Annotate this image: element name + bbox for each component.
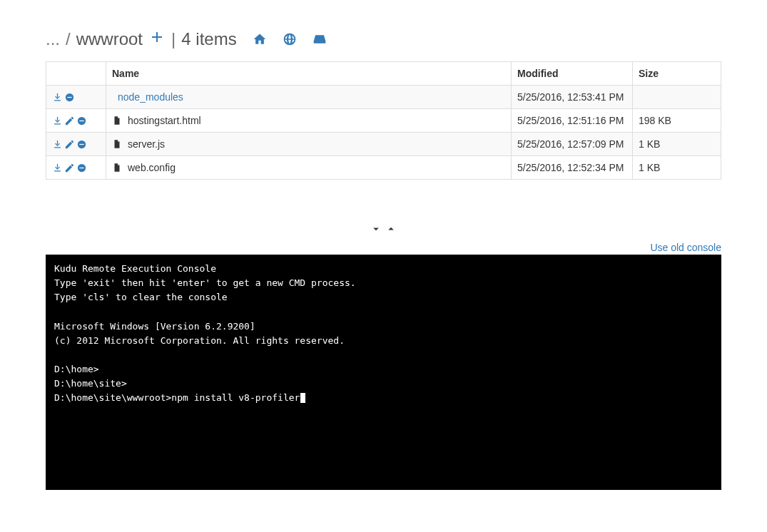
download-icon[interactable]	[52, 139, 63, 150]
table-row: node_modules5/25/2016, 12:53:41 PM	[46, 86, 721, 109]
item-count: 4 items	[181, 29, 236, 49]
table-row: hostingstart.html5/25/2016, 12:51:16 PM1…	[46, 109, 721, 133]
table-header-modified[interactable]: Modified	[512, 62, 633, 86]
size-cell: 198 KB	[633, 109, 721, 133]
modified-cell: 5/25/2016, 12:53:41 PM	[512, 86, 633, 109]
disk-icon[interactable]	[313, 32, 327, 46]
download-icon[interactable]	[52, 116, 63, 126]
delete-icon[interactable]	[64, 92, 75, 103]
table-header-name[interactable]: Name	[106, 62, 512, 86]
svg-rect-1	[67, 96, 71, 97]
file-table: Name Modified Size node_modules5/25/2016…	[46, 61, 721, 180]
edit-icon[interactable]	[64, 139, 75, 150]
file-icon	[112, 139, 122, 149]
home-icon[interactable]	[253, 32, 267, 46]
breadcrumb-ellipsis[interactable]: ...	[46, 29, 60, 49]
table-header-size[interactable]: Size	[633, 62, 721, 86]
svg-rect-7	[79, 167, 83, 168]
file-name: server.js	[128, 138, 165, 150]
modified-cell: 5/25/2016, 12:52:34 PM	[512, 156, 633, 180]
file-icon	[112, 116, 122, 126]
globe-icon[interactable]	[283, 32, 297, 46]
download-icon[interactable]	[52, 92, 63, 103]
chevron-up-icon[interactable]	[385, 222, 397, 235]
console-cursor	[300, 393, 305, 403]
table-row: web.config5/25/2016, 12:52:34 PM1 KB	[46, 156, 721, 180]
modified-cell: 5/25/2016, 12:51:16 PM	[512, 109, 633, 133]
svg-rect-5	[79, 143, 83, 144]
breadcrumb: ... / wwwroot | 4 items	[46, 29, 721, 50]
table-header-actions	[46, 62, 106, 86]
edit-icon[interactable]	[64, 116, 75, 126]
modified-cell: 5/25/2016, 12:57:09 PM	[512, 133, 633, 156]
size-cell: 1 KB	[633, 156, 721, 180]
size-cell: 1 KB	[633, 133, 721, 156]
file-name: web.config	[128, 162, 176, 173]
file-icon	[112, 163, 122, 173]
delete-icon[interactable]	[76, 139, 87, 150]
folder-link[interactable]: node_modules	[118, 91, 183, 103]
delete-icon[interactable]	[76, 163, 87, 173]
breadcrumb-separator: /	[66, 29, 71, 49]
table-row: server.js5/25/2016, 12:57:09 PM1 KB	[46, 133, 721, 156]
delete-icon[interactable]	[76, 116, 87, 126]
breadcrumb-current: wwwroot	[76, 29, 143, 49]
console-toggle	[46, 222, 721, 237]
svg-rect-3	[79, 120, 83, 121]
use-old-console-link[interactable]: Use old console	[650, 242, 721, 253]
file-name: hostingstart.html	[128, 115, 201, 126]
chevron-down-icon[interactable]	[370, 222, 382, 235]
breadcrumb-divider: |	[171, 29, 176, 49]
edit-icon[interactable]	[64, 163, 75, 173]
console[interactable]: Kudu Remote Execution Console Type 'exit…	[46, 255, 721, 490]
add-icon[interactable]	[148, 29, 166, 50]
download-icon[interactable]	[52, 163, 63, 173]
size-cell	[633, 86, 721, 109]
